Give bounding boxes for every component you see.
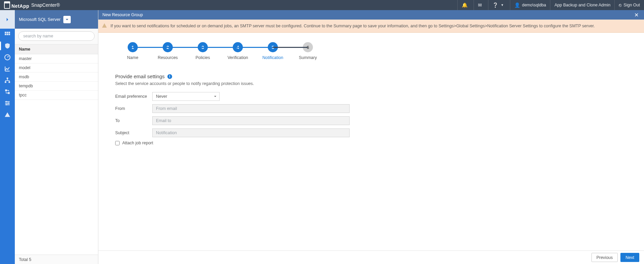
to-label: To [115, 118, 152, 123]
resource-sidebar: Microsoft SQL Server Name master model m… [15, 10, 98, 264]
email-pref-select[interactable]: Never [152, 92, 220, 101]
brand: NetApp SnapCenter® [0, 1, 64, 9]
topbar: NetApp SnapCenter® 🔔 ✉ ❔ ▼ 👤 demo\sqldba… [0, 0, 644, 10]
content: New Resource Group ✕ If you want to send… [98, 10, 644, 264]
svg-rect-1 [7, 32, 8, 33]
wizard-footer: Previous Next [98, 251, 644, 264]
user-icon: 👤 [514, 3, 520, 7]
nav-rail [0, 10, 15, 264]
svg-rect-11 [8, 92, 10, 94]
attach-report-label[interactable]: Attach job report [122, 141, 153, 145]
warning-icon [102, 23, 107, 30]
search-input[interactable] [18, 31, 95, 41]
sliders-icon [4, 100, 10, 106]
svg-rect-0 [5, 32, 6, 33]
nav-resources[interactable] [0, 40, 15, 52]
attach-report-checkbox[interactable] [115, 141, 120, 145]
wizard-steps: 1 Name 2 Resources 3 Policies 4 Verifica… [98, 33, 644, 63]
help-icon: ❔ [492, 3, 498, 7]
email-pref-label: Email preference [115, 94, 152, 99]
grid-icon [4, 31, 10, 37]
list-item[interactable]: master [15, 54, 98, 63]
warning-text: If you want to send notifications for sc… [110, 24, 595, 28]
nav-dashboard[interactable] [0, 29, 15, 40]
nav-settings[interactable] [0, 97, 15, 109]
svg-point-13 [8, 102, 9, 104]
resource-type-dropdown[interactable] [63, 16, 71, 23]
chevron-down-icon [214, 94, 217, 99]
content-title: New Resource Group [102, 12, 143, 17]
svg-rect-7 [7, 78, 8, 79]
svg-rect-5 [8, 34, 10, 35]
nav-alerts[interactable] [0, 109, 15, 120]
step-notification[interactable]: 5 Notification [255, 42, 290, 60]
brand-product: SnapCenter® [31, 2, 60, 8]
chevron-down-icon [65, 18, 69, 21]
email-pref-value: Never [156, 94, 167, 99]
svg-rect-2 [8, 32, 10, 33]
signout-label: Sign Out [623, 3, 640, 7]
user-label: demo\sqldba [522, 3, 546, 7]
brand-company: NetApp [4, 1, 29, 9]
smtp-warning-banner: If you want to send notifications for sc… [98, 20, 644, 33]
svg-point-14 [6, 104, 7, 105]
from-input[interactable] [152, 104, 350, 113]
mail-icon: ✉ [478, 3, 482, 7]
step-summary[interactable]: 6 Summary [290, 42, 325, 60]
notification-form: Provide email settings i Select the serv… [98, 63, 644, 251]
nav-hosts[interactable] [0, 75, 15, 86]
list-total: Total 5 [15, 255, 98, 264]
chevron-right-icon [5, 18, 9, 22]
step-policies[interactable]: 3 Policies [185, 42, 220, 60]
step-name[interactable]: 1 Name [115, 42, 150, 60]
svg-rect-8 [5, 81, 6, 83]
resource-type-selector: Microsoft SQL Server [15, 10, 98, 29]
signout-button[interactable]: ⎋ Sign Out [614, 0, 644, 10]
list-item[interactable]: model [15, 63, 98, 72]
previous-button[interactable]: Previous [591, 253, 618, 262]
form-title: Provide email settings [115, 74, 165, 79]
content-header: New Resource Group ✕ [98, 10, 644, 20]
subject-input[interactable] [152, 128, 350, 137]
close-icon: ✕ [634, 12, 639, 18]
svg-point-12 [6, 101, 7, 102]
svg-rect-3 [5, 34, 6, 35]
bell-icon: 🔔 [462, 3, 468, 7]
shield-check-icon [4, 43, 10, 49]
gauge-icon [4, 54, 10, 60]
chevron-down-icon: ▼ [501, 4, 504, 7]
help-button[interactable]: ❔ ▼ [488, 0, 510, 10]
from-label: From [115, 106, 152, 111]
svg-rect-4 [7, 34, 8, 35]
form-subtitle: Select the service accounts or people to… [115, 81, 627, 86]
resource-list: master model msdb tempdb tpcc [15, 54, 98, 255]
to-input[interactable] [152, 116, 350, 125]
nav-storage[interactable] [0, 86, 15, 97]
subject-label: Subject [115, 130, 152, 135]
svg-rect-10 [5, 89, 7, 91]
nav-reports[interactable] [0, 63, 15, 75]
info-icon[interactable]: i [167, 74, 172, 79]
warning-triangle-icon [4, 112, 10, 118]
sitemap-icon [4, 77, 10, 83]
resource-type-label: Microsoft SQL Server [19, 17, 61, 22]
close-button[interactable]: ✕ [633, 12, 640, 18]
next-button[interactable]: Next [620, 253, 639, 262]
list-item[interactable]: msdb [15, 72, 98, 82]
nav-monitor[interactable] [0, 52, 15, 63]
notifications-button[interactable]: 🔔 [457, 0, 474, 10]
list-item[interactable]: tempdb [15, 82, 98, 91]
user-menu[interactable]: 👤 demo\sqldba [510, 0, 550, 10]
chart-line-icon [4, 66, 10, 72]
signout-icon: ⎋ [619, 3, 621, 7]
svg-rect-9 [8, 81, 10, 83]
step-verification[interactable]: 4 Verification [220, 42, 255, 60]
role-label[interactable]: App Backup and Clone Admin [550, 0, 614, 10]
list-header-name[interactable]: Name [15, 44, 98, 54]
storage-icon [4, 89, 10, 95]
step-resources[interactable]: 2 Resources [150, 42, 185, 60]
list-item[interactable]: tpcc [15, 91, 98, 100]
nav-expand-button[interactable] [0, 10, 15, 29]
messages-button[interactable]: ✉ [474, 0, 488, 10]
